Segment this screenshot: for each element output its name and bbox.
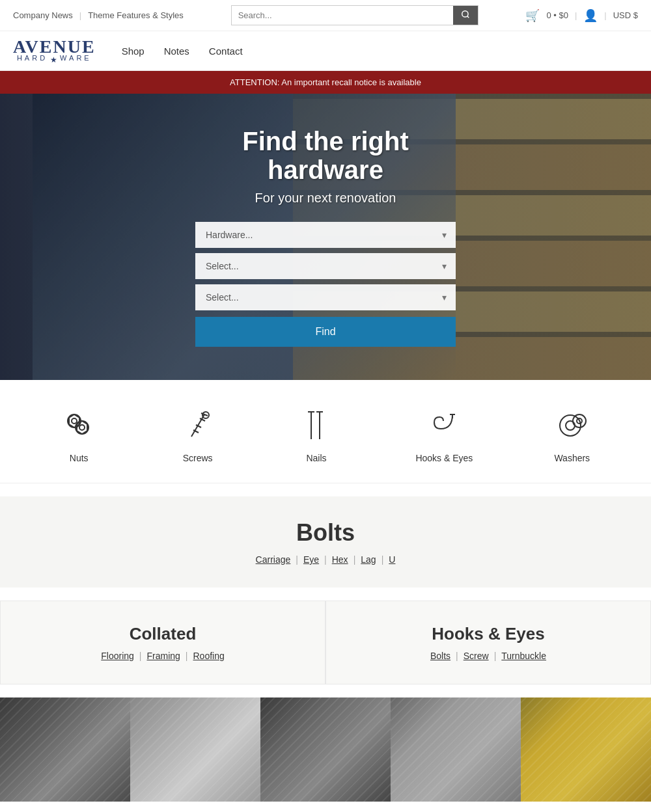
search-input[interactable]	[232, 6, 453, 25]
svg-marker-3	[69, 414, 79, 427]
nuts-icon	[59, 406, 98, 445]
find-button[interactable]: Find	[195, 317, 456, 347]
sub-dropdown-1[interactable]: Select...	[195, 253, 456, 279]
screw-pile-1	[0, 697, 130, 802]
category-screws[interactable]: Screws	[178, 406, 217, 463]
washers-label: Washers	[554, 453, 590, 463]
hero-title: Find the right hardware	[195, 127, 456, 184]
sub-select-wrapper-1: Select...	[195, 253, 456, 279]
collated-sep1: |	[139, 651, 142, 661]
logo[interactable]: AVENUE HARD ★ WARE	[13, 38, 96, 64]
hooks-eyes-bolts[interactable]: Bolts	[430, 651, 450, 661]
hooks-label: Hooks & Eyes	[415, 453, 473, 463]
hooks-sep1: |	[456, 651, 458, 661]
bolt-hex[interactable]: Hex	[332, 554, 348, 565]
top-bar-links: Company News | Theme Features & Styles	[13, 10, 184, 20]
bolt-sep4: |	[381, 554, 384, 565]
sep1: |	[79, 10, 81, 20]
search-form	[231, 5, 478, 25]
product-1[interactable]	[0, 697, 130, 802]
hero-content: Find the right hardware For your next re…	[195, 127, 456, 347]
svg-point-4	[72, 418, 77, 424]
bolt-sep2: |	[324, 554, 327, 565]
product-3[interactable]	[260, 697, 391, 802]
logo-star-icon: ★	[50, 56, 57, 64]
svg-marker-6	[77, 421, 87, 434]
screw-pile-2	[130, 697, 260, 802]
collated-flooring[interactable]: Flooring	[101, 651, 134, 661]
logo-ware: WARE	[60, 55, 92, 62]
logo-hard: HARD	[17, 55, 48, 62]
hooks-eyes-turnbuckle[interactable]: Turnbuckle	[501, 651, 546, 661]
top-bar-search	[184, 5, 526, 25]
bolt-sep3: |	[353, 554, 356, 565]
currency-label[interactable]: USD $	[613, 10, 638, 20]
products-row	[0, 684, 651, 802]
product-2[interactable]	[130, 697, 260, 802]
category-washers[interactable]: Washers	[553, 406, 592, 463]
washers-icon	[553, 406, 592, 445]
categories-section: Nuts Screws Nails	[0, 380, 651, 483]
bolt-eye[interactable]: Eye	[303, 554, 319, 565]
hero-form: Hardware... Select... Select... Find	[195, 222, 456, 347]
cart-count[interactable]: 0 • $0	[546, 10, 568, 20]
logo-avenue: AVENUE	[13, 38, 96, 56]
product-5[interactable]	[521, 697, 651, 802]
top-bar-right: 🛒 0 • $0 | 👤 | USD $	[525, 8, 638, 23]
sub-select-wrapper-2: Select...	[195, 284, 456, 310]
nav-shop[interactable]: Shop	[122, 46, 145, 57]
nav-links: Shop Notes Contact	[122, 46, 243, 57]
bolt-carriage[interactable]: Carriage	[256, 554, 291, 565]
svg-point-7	[79, 425, 85, 430]
product-4[interactable]	[391, 697, 521, 802]
sub-dropdown-2[interactable]: Select...	[195, 284, 456, 310]
hardware-select-wrapper: Hardware...	[195, 222, 456, 248]
nav-notes[interactable]: Notes	[164, 46, 189, 57]
bolt-u[interactable]: U	[389, 554, 395, 565]
hooks-icon	[424, 406, 464, 445]
bolt-lag[interactable]: Lag	[361, 554, 376, 565]
svg-line-1	[467, 16, 469, 18]
collated-section: Collated Flooring | Framing | Roofing	[0, 601, 326, 684]
bolts-links: Carriage | Eye | Hex | Lag | U	[13, 554, 638, 565]
bolts-title: Bolts	[13, 519, 638, 547]
alert-message: ATTENTION: An important recall notice is…	[230, 77, 421, 87]
hooks-sep2: |	[494, 651, 497, 661]
bolts-section: Bolts Carriage | Eye | Hex | Lag | U	[0, 496, 651, 588]
svg-point-22	[560, 415, 581, 436]
company-news-link[interactable]: Company News	[13, 10, 73, 20]
nails-label: Nails	[306, 453, 326, 463]
collated-sep2: |	[186, 651, 188, 661]
main-nav: AVENUE HARD ★ WARE Shop Notes Contact	[0, 31, 651, 71]
top-bar: Company News | Theme Features & Styles 🛒…	[0, 0, 651, 31]
collated-links: Flooring | Framing | Roofing	[14, 651, 312, 661]
bolt-sep1: |	[296, 554, 298, 565]
collated-framing[interactable]: Framing	[146, 651, 180, 661]
screw-pile-5	[521, 697, 651, 802]
screw-pile-3	[260, 697, 391, 802]
cart-icon: 🛒	[525, 8, 540, 23]
screws-label: Screws	[183, 453, 213, 463]
nav-contact[interactable]: Contact	[209, 46, 243, 57]
hooks-eyes-links: Bolts | Screw | Turnbuckle	[339, 651, 637, 661]
category-nails[interactable]: Nails	[297, 406, 336, 463]
search-button[interactable]	[453, 6, 478, 25]
hooks-eyes-title: Hooks & Eyes	[339, 624, 637, 644]
alert-bar: ATTENTION: An important recall notice is…	[0, 71, 651, 94]
svg-point-0	[462, 11, 467, 17]
nuts-label: Nuts	[70, 453, 89, 463]
user-icon: 👤	[583, 8, 598, 23]
category-nuts[interactable]: Nuts	[59, 406, 98, 463]
hardware-dropdown[interactable]: Hardware...	[195, 222, 456, 248]
screws-icon	[178, 406, 217, 445]
search-icon	[461, 10, 470, 19]
hooks-eyes-screw[interactable]: Screw	[464, 651, 489, 661]
category-hooks[interactable]: Hooks & Eyes	[415, 406, 473, 463]
theme-features-link[interactable]: Theme Features & Styles	[88, 10, 184, 20]
collated-roofing[interactable]: Roofing	[193, 651, 224, 661]
nails-icon	[297, 406, 336, 445]
sub-sections: Collated Flooring | Framing | Roofing Ho…	[0, 601, 651, 684]
hero-subtitle: For your next renovation	[195, 191, 456, 206]
screw-pile-4	[391, 697, 521, 802]
collated-title: Collated	[14, 624, 312, 644]
